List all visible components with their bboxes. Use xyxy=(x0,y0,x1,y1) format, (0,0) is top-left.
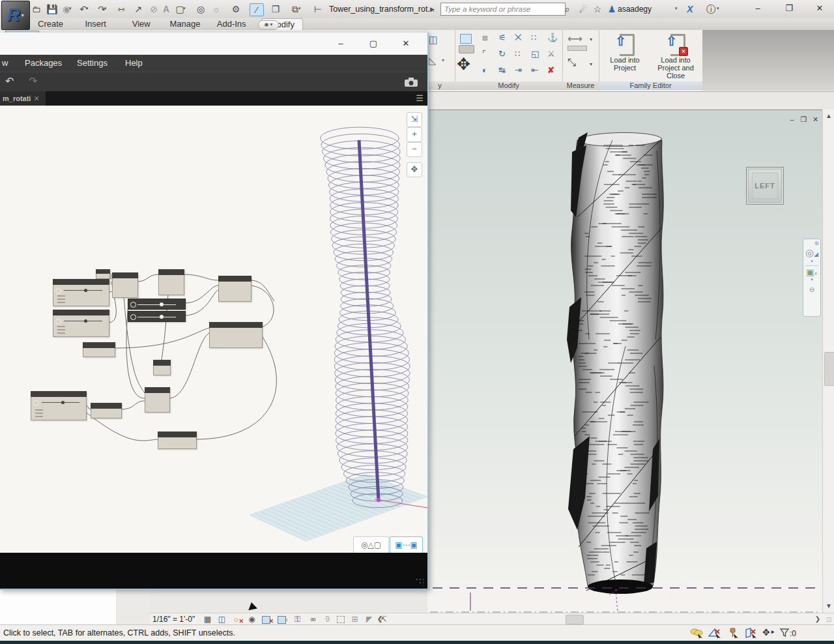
sun-path-icon[interactable]: ☼✕ xyxy=(231,614,242,624)
dynamo-node-bar-6[interactable] xyxy=(128,311,186,322)
measure-icon[interactable]: ⇿ xyxy=(115,3,128,15)
locked-3d-view-icon[interactable]: ⚿ xyxy=(292,614,303,624)
dynamo-node-node-3[interactable] xyxy=(112,272,138,298)
camera-export-icon[interactable] xyxy=(404,77,418,87)
dynamo-title-bar[interactable]: – ▢ ✕ xyxy=(0,33,427,55)
zoom-fit-button[interactable]: ⇲ xyxy=(407,112,422,127)
dynamo-node-node-14[interactable] xyxy=(158,432,197,449)
visual-style-icon[interactable]: ◫ xyxy=(216,614,227,624)
scroll-up-icon[interactable]: ▲ xyxy=(823,111,834,121)
extend-multiple-icon[interactable]: ⇤ xyxy=(531,65,538,75)
select-underlay-icon[interactable] xyxy=(708,627,723,639)
user-dropdown-icon[interactable]: ▾ xyxy=(675,6,680,12)
dynamo-workspace-tab[interactable]: m_rotati✕ xyxy=(0,91,46,106)
menu-settings[interactable]: Settings xyxy=(77,58,108,68)
dynamo-close-icon[interactable]: ✕ xyxy=(395,38,417,50)
trim-extend-icon[interactable]: ⇥ xyxy=(515,65,522,75)
scroll-down-icon[interactable]: ▼ xyxy=(823,601,834,611)
text-icon[interactable]: A xyxy=(160,3,173,15)
dynamo-node-node-7[interactable] xyxy=(218,276,252,302)
scale-icon[interactable]: ◱ xyxy=(531,49,539,59)
ribbon-tab-add-ins[interactable]: Add-Ins xyxy=(209,18,254,30)
unpin-icon[interactable]: ⚓ xyxy=(547,33,558,42)
scroll-right-icon[interactable]: ❯ xyxy=(813,614,822,624)
dynamo-node-node-9[interactable] xyxy=(83,342,115,357)
move-icon[interactable]: ⨉ xyxy=(515,33,521,43)
zoom-in-button[interactable]: + xyxy=(407,127,422,142)
dynamo-node-slider-2[interactable] xyxy=(53,310,109,337)
navigation-bar[interactable]: ⊗ ◎◢ ▾ ▣⌕ ▾ ⊖ xyxy=(803,239,821,317)
crop-view-icon[interactable]: ✕ xyxy=(261,614,272,624)
help-icon[interactable]: ⓘ xyxy=(704,3,718,16)
trim-icon[interactable]: ↹ xyxy=(498,65,506,75)
show-crop-region-icon[interactable]: ☀ xyxy=(276,614,287,624)
dynamo-canvas[interactable]: ⇲ + − ✥ ◎△▢ ▣⋯▣ xyxy=(0,106,427,553)
dynamo-node-node-8[interactable] xyxy=(209,322,263,348)
shadows-icon[interactable]: ◉ xyxy=(246,614,257,624)
dynamo-node-node-13[interactable] xyxy=(91,403,122,418)
close-hidden-windows-icon[interactable]: ❐ xyxy=(269,3,282,15)
dynamo-node-slider-12[interactable] xyxy=(31,391,87,420)
dynamo-node-bar-5[interactable] xyxy=(128,299,186,310)
highlight-displacement-icon[interactable]: ◤ xyxy=(364,614,375,624)
title-flyout-icon[interactable]: ▶ xyxy=(430,6,435,12)
pan-button[interactable]: ✥ xyxy=(407,162,422,177)
select-pinned-icon[interactable] xyxy=(726,627,741,639)
measure-angle-icon[interactable]: ⤡ xyxy=(568,56,576,68)
exchange-apps-icon[interactable]: X xyxy=(683,3,697,16)
navbar-close-icon[interactable]: ⊗ xyxy=(814,240,819,246)
communication-center-icon[interactable]: ☄ xyxy=(576,3,590,16)
measure-dropdown-icon[interactable]: ▾ xyxy=(590,37,592,42)
save-icon[interactable]: 💾 xyxy=(46,3,59,15)
view-dropdown-icon[interactable]: ▾ xyxy=(183,6,188,12)
copy-icon[interactable]: ∷ xyxy=(531,33,536,42)
family-editor-panel-label[interactable]: Family Editor xyxy=(599,81,702,90)
select-by-face-icon[interactable] xyxy=(744,627,760,639)
zoom-out-button[interactable]: − xyxy=(407,142,422,157)
split-icon[interactable]: ◐ xyxy=(482,65,487,75)
scroll-left-icon[interactable]: ❮ xyxy=(375,614,384,624)
load-into-project-close-button[interactable]: ⇧✕ Load into Project and Close xyxy=(652,33,699,80)
dynamo-undo-icon[interactable]: ↶ xyxy=(5,75,14,87)
select-bar-icon[interactable] xyxy=(459,45,474,53)
tab-close-icon[interactable]: ✕ xyxy=(33,95,39,102)
ribbon-tab-manage[interactable]: Manage xyxy=(162,18,208,30)
mirror-pick-icon[interactable]: ⚟ xyxy=(498,33,506,42)
wheel-dropdown-icon[interactable]: ▾ xyxy=(803,259,820,264)
tag-icon[interactable]: ⊘ xyxy=(147,3,160,15)
dynamo-node-node-10[interactable] xyxy=(153,360,171,375)
detail-level-icon[interactable]: ▦ xyxy=(202,614,213,624)
switch-windows-dropdown-icon[interactable]: ▾ xyxy=(298,6,304,12)
panel-display-toggle[interactable]: ◉ ▾ xyxy=(258,20,279,30)
geometry-dropdown-icon[interactable]: ▾ xyxy=(442,57,444,63)
select-box-icon[interactable] xyxy=(460,34,472,44)
show-analytical-model-icon[interactable]: ⊞ xyxy=(349,614,360,624)
ribbon-tab-create[interactable]: Create xyxy=(30,18,71,30)
open-icon[interactable]: 🗀 xyxy=(30,3,43,15)
restore-button[interactable]: ❐ xyxy=(779,2,799,15)
offset-icon[interactable]: ⌜ xyxy=(482,49,486,59)
elevation-marker[interactable]: LEFT xyxy=(748,169,782,203)
drag-on-selection-icon[interactable]: ✥‣ xyxy=(762,627,778,639)
measure-line-icon[interactable]: ⟷ xyxy=(568,33,582,45)
dynamo-tab-menu-icon[interactable]: ☰ xyxy=(416,93,424,103)
customize-qat-icon[interactable]: ⊢ xyxy=(311,3,324,15)
measure-panel-label[interactable]: Measure xyxy=(562,81,599,90)
material-dropdown-icon[interactable]: ▾ xyxy=(69,6,74,12)
search-icon[interactable]: ⌕ xyxy=(560,3,575,16)
render-icon[interactable]: ⚙ xyxy=(229,3,242,15)
zoom-dropdown-icon[interactable]: ▾ xyxy=(803,277,820,282)
vertical-scrollbar[interactable]: ▲ ▼ xyxy=(822,110,834,613)
modify-panel-label[interactable]: Modify xyxy=(455,81,562,90)
search-input[interactable]: Type a keyword or phrase xyxy=(440,3,566,16)
undo-dropdown-icon[interactable]: ▾ xyxy=(86,6,91,12)
menu-help[interactable]: Help xyxy=(125,58,143,68)
favorites-icon[interactable]: ☆ xyxy=(590,3,605,16)
sun-settings-icon[interactable]: ☼ xyxy=(210,3,223,15)
redo-dropdown-icon[interactable]: ▾ xyxy=(104,6,109,12)
menu-packages[interactable]: Packages xyxy=(25,58,62,68)
application-menu-button[interactable]: R▾ xyxy=(1,1,30,30)
dynamo-maximize-icon[interactable]: ▢ xyxy=(362,38,384,50)
aligned-dimension-icon[interactable]: ↗ xyxy=(132,3,145,15)
temporary-hide-isolate-icon[interactable]: ∞ xyxy=(308,614,319,624)
